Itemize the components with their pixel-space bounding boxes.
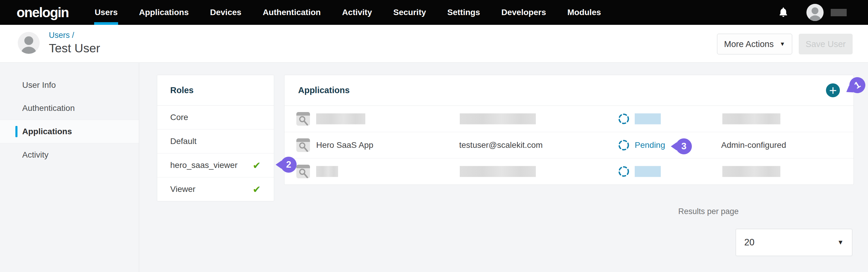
nav-item-applications[interactable]: Applications bbox=[128, 0, 199, 25]
nav-item-authentication[interactable]: Authentication bbox=[252, 0, 331, 25]
annotation-badge-2: 2 bbox=[281, 157, 297, 173]
skeleton-bar-name bbox=[316, 113, 365, 125]
app-icon bbox=[296, 112, 310, 126]
skeleton-bar-login bbox=[460, 113, 536, 125]
app-icon bbox=[296, 165, 310, 178]
role-row-hero-saas-viewer[interactable]: hero_saas_viewer ✔ bbox=[157, 154, 274, 177]
app-icon bbox=[296, 138, 310, 152]
sidebar-item-activity[interactable]: Activity bbox=[0, 143, 139, 166]
nav-item-settings[interactable]: Settings bbox=[437, 0, 491, 25]
check-icon: ✔ bbox=[252, 184, 261, 194]
account-avatar[interactable] bbox=[806, 4, 824, 21]
application-row-hero-saas-app[interactable]: Hero SaaS App testuser@scalekit.com Pend… bbox=[284, 132, 854, 159]
more-actions-button[interactable]: More Actions ▼ bbox=[717, 34, 792, 55]
skeleton-bar-provisioning bbox=[722, 113, 780, 125]
role-name: Default bbox=[170, 137, 196, 146]
account-name-placeholder[interactable] bbox=[831, 9, 847, 16]
roles-panel-title: Roles bbox=[157, 75, 274, 106]
skeleton-bar-login bbox=[460, 166, 536, 177]
sidebar-item-authentication[interactable]: Authentication bbox=[0, 97, 139, 120]
primary-nav: Users Applications Devices Authenticatio… bbox=[84, 0, 612, 25]
nav-item-developers[interactable]: Developers bbox=[491, 0, 557, 25]
avatar-torso bbox=[21, 47, 36, 54]
annotation-number: 3 bbox=[681, 141, 686, 152]
user-avatar bbox=[18, 32, 40, 54]
onelogin-logo[interactable]: onelogin bbox=[17, 0, 69, 25]
sidebar-item-applications[interactable]: Applications bbox=[0, 120, 139, 143]
top-nav: onelogin Users Applications Devices Auth… bbox=[0, 0, 868, 25]
results-per-page-select[interactable]: 20 ▼ bbox=[736, 229, 852, 256]
application-row-loading[interactable] bbox=[284, 106, 854, 132]
more-actions-label: More Actions bbox=[724, 39, 774, 49]
application-row-loading[interactable] bbox=[284, 159, 854, 184]
spinner-icon bbox=[618, 113, 630, 125]
annotation-number: 1 bbox=[852, 79, 862, 91]
roles-panel: Roles Core Default hero_saas_viewer ✔ Vi… bbox=[157, 75, 274, 201]
spinner-icon bbox=[618, 139, 630, 151]
provisioning-state: Admin-configured bbox=[721, 140, 786, 150]
role-name: hero_saas_viewer bbox=[170, 161, 238, 170]
nav-right-cluster bbox=[777, 0, 868, 25]
sidebar-item-user-info[interactable]: User Info bbox=[0, 74, 139, 97]
skeleton-bar-status bbox=[635, 113, 661, 125]
app-login: testuser@scalekit.com bbox=[459, 140, 542, 150]
save-user-label: Save User bbox=[806, 39, 845, 49]
add-application-button[interactable]: + bbox=[826, 83, 840, 97]
selected-page-size: 20 bbox=[744, 237, 754, 248]
page-header: Users / Test User More Actions ▼ Save Us… bbox=[0, 25, 868, 63]
applications-panel-title: Applications bbox=[298, 86, 350, 95]
avatar-torso bbox=[809, 15, 821, 21]
check-icon: ✔ bbox=[252, 161, 261, 170]
applications-panel-header: Applications + bbox=[284, 75, 854, 106]
results-per-page-label: Results per page bbox=[678, 207, 739, 216]
avatar-head bbox=[811, 7, 818, 14]
user-section-sidebar: User Info Authentication Applications Ac… bbox=[0, 63, 139, 272]
role-name: Core bbox=[170, 113, 188, 122]
nav-item-users[interactable]: Users bbox=[84, 0, 128, 25]
role-row-viewer[interactable]: Viewer ✔ bbox=[157, 177, 274, 201]
app-name: Hero SaaS App bbox=[316, 140, 373, 150]
onelogin-user-page: onelogin Users Applications Devices Auth… bbox=[0, 0, 868, 272]
avatar-head bbox=[24, 36, 33, 45]
spinner-icon bbox=[618, 166, 630, 177]
caret-down-icon: ▼ bbox=[837, 239, 844, 246]
nav-item-security[interactable]: Security bbox=[383, 0, 437, 25]
annotation-badge-3: 3 bbox=[676, 138, 692, 154]
notifications-bell-icon[interactable] bbox=[777, 6, 789, 19]
role-row-default[interactable]: Default bbox=[157, 130, 274, 154]
role-row-core[interactable]: Core bbox=[157, 106, 274, 130]
nav-item-activity[interactable]: Activity bbox=[331, 0, 382, 25]
skeleton-bar-name bbox=[316, 166, 338, 177]
nav-item-devices[interactable]: Devices bbox=[199, 0, 252, 25]
nav-item-modules[interactable]: Modules bbox=[557, 0, 612, 25]
breadcrumb-users-link[interactable]: Users / bbox=[49, 31, 74, 40]
caret-down-icon: ▼ bbox=[779, 41, 785, 47]
annotation-number: 2 bbox=[286, 159, 291, 170]
page-title: Test User bbox=[49, 41, 100, 55]
skeleton-bar-status bbox=[635, 166, 661, 177]
role-name: Viewer bbox=[170, 184, 195, 194]
applications-panel: Applications + bbox=[284, 75, 854, 185]
save-user-button[interactable]: Save User bbox=[799, 34, 852, 55]
status-badge: Pending bbox=[635, 140, 665, 150]
skeleton-bar-provisioning bbox=[722, 166, 780, 177]
